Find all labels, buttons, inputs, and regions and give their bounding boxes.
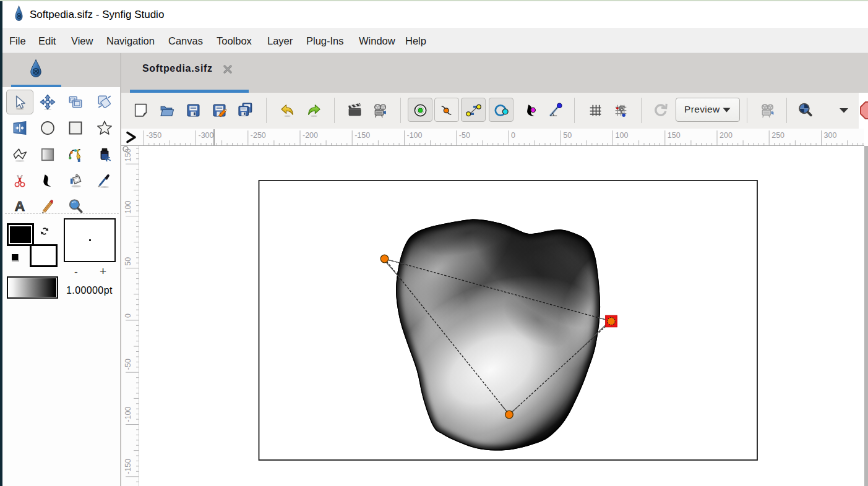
svg-text:-50: -50 <box>124 359 132 370</box>
svg-text:-100: -100 <box>407 131 423 140</box>
svg-text:0: 0 <box>511 131 515 140</box>
svg-text:-150: -150 <box>355 131 370 140</box>
svg-text:-250: -250 <box>251 131 266 140</box>
svg-text:150: 150 <box>668 131 681 140</box>
svg-text:50: 50 <box>563 131 572 140</box>
svg-text:100: 100 <box>124 201 132 214</box>
svg-text:-100: -100 <box>124 406 132 422</box>
svg-text:-200: -200 <box>303 131 318 140</box>
svg-text:-150: -150 <box>124 459 132 474</box>
svg-text:-300: -300 <box>199 131 214 140</box>
svg-text:100: 100 <box>616 131 629 140</box>
svg-text:50: 50 <box>124 257 132 266</box>
svg-text:-350: -350 <box>146 131 161 140</box>
svg-text:0: 0 <box>124 313 132 318</box>
svg-text:-50: -50 <box>459 131 470 140</box>
svg-text:300: 300 <box>824 131 837 140</box>
svg-text:250: 250 <box>771 131 784 140</box>
svg-text:200: 200 <box>720 131 733 140</box>
